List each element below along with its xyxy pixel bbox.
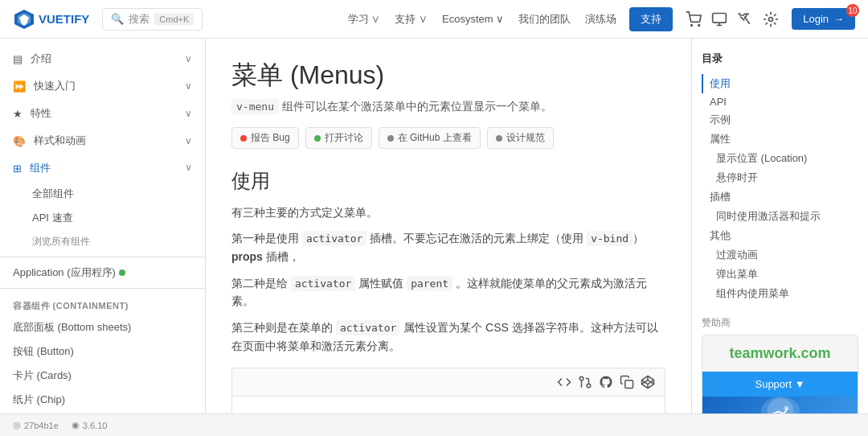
toc-item-props[interactable]: 属性	[702, 130, 858, 149]
version-icon: ◉	[72, 420, 80, 430]
app-label: Application (应用程序)	[13, 265, 116, 280]
badge: 10	[846, 4, 859, 17]
toc-item-other[interactable]: 其他	[702, 226, 858, 245]
toc-item-api[interactable]: API	[702, 93, 858, 110]
nav-link-support[interactable]: 支持 ∨	[395, 12, 428, 27]
commit-info: ◎ 27b4b1e	[13, 420, 59, 430]
toolbar-copy-icon[interactable]	[620, 375, 634, 389]
design-dot	[496, 135, 502, 142]
download-icon[interactable]	[711, 11, 727, 27]
nav-link-playground[interactable]: 演练场	[585, 12, 616, 27]
nav-link-ecosystem[interactable]: Ecosystem ∨	[442, 13, 504, 25]
toolbar-codepen-icon[interactable]	[641, 375, 655, 389]
logo[interactable]: VUETIFY	[13, 8, 89, 31]
page-subtitle: v-menu 组件可以在某个激活菜单中的元素位置显示一个菜单。	[231, 100, 665, 114]
svg-rect-5	[713, 13, 727, 23]
toolbar-github-icon[interactable]	[599, 375, 613, 389]
section-use-title: 使用	[231, 168, 665, 194]
toc-item-menu-in-component[interactable]: 组件内使用菜单	[702, 284, 858, 303]
sidebar-item-cards[interactable]: 卡片 (Cards)	[0, 364, 205, 388]
sidebar-item-button[interactable]: 按钮 (Button)	[0, 339, 205, 364]
svg-point-3	[691, 24, 693, 26]
section-use-text1: 有三种主要的方式定义菜单。	[231, 204, 665, 221]
subtitle-code: v-menu	[231, 99, 279, 114]
search-shortcut: Cmd+K	[154, 13, 194, 26]
login-button[interactable]: 10 Login →	[792, 8, 855, 30]
action-link-github[interactable]: 在 GitHub 上查看	[379, 127, 481, 149]
sidebar-item-intro[interactable]: ▤ 介绍 ∨	[0, 45, 205, 72]
sponsor-label: 赞助商	[702, 316, 858, 330]
bug-dot	[240, 135, 247, 142]
demo-box: ACTIVATOR SLOT PARENT ACTIVATOR SIBLING …	[231, 368, 665, 413]
toc-item-transition[interactable]: 过渡动画	[702, 245, 858, 265]
sidebar-sub-browse[interactable]: 浏览所有组件	[32, 230, 205, 253]
toc-item-activator-hint[interactable]: 同时使用激活器和提示	[702, 207, 858, 226]
svg-point-16	[784, 406, 788, 410]
components-chevron: ∧	[185, 162, 192, 174]
sidebar: ▤ 介绍 ∨ ⏩ 快速入门 ∨ ★ 特性 ∨	[0, 39, 206, 413]
toc-item-slots[interactable]: 插槽	[702, 187, 858, 207]
nav-link-learn[interactable]: 学习 ∨	[348, 12, 381, 27]
toc-title: 目录	[702, 51, 858, 66]
sidebar-item-chip[interactable]: 纸片 (Chip)	[0, 388, 205, 412]
sidebar-item-styles[interactable]: 🎨 样式和动画 ∨	[0, 127, 205, 154]
sidebar-sub-api[interactable]: API 速查	[32, 206, 205, 230]
sidebar-quickstart-label: 快速入门	[34, 79, 76, 93]
page-title: 菜单 (Menus)	[231, 58, 665, 93]
cart-icon[interactable]	[686, 11, 702, 27]
support-button[interactable]: 支持	[629, 7, 673, 31]
nav-link-team[interactable]: 我们的团队	[518, 12, 571, 27]
action-link-discuss[interactable]: 打开讨论	[305, 127, 372, 149]
sidebar-styles-label: 样式和动画	[34, 134, 86, 148]
sidebar-item-components[interactable]: ⊞ 组件 ∧	[0, 154, 205, 182]
svg-point-14	[767, 398, 792, 413]
svg-point-4	[698, 24, 700, 26]
sidebar-components-label: 组件	[30, 161, 51, 175]
sponsor-box: teamwork.com Support ▼ Start your next	[702, 335, 858, 413]
features-icon: ★	[13, 108, 23, 120]
sidebar-item-quickstart[interactable]: ⏩ 快速入门 ∨	[0, 72, 205, 100]
search-bar[interactable]: 🔍 搜索 Cmd+K	[102, 8, 203, 31]
toc-item-use[interactable]: 使用	[702, 74, 858, 93]
app-green-dot	[119, 269, 125, 276]
containment-label: 容器组件 (CONTAINMENT)	[0, 292, 205, 315]
logo-text: VUETIFY	[39, 12, 89, 26]
action-link-bug[interactable]: 报告 Bug	[231, 127, 299, 149]
search-icon: 🔍	[111, 13, 124, 25]
sidebar-app-item[interactable]: Application (应用程序)	[0, 261, 205, 285]
styles-icon: 🎨	[13, 135, 26, 147]
sidebar-sub-all-components[interactable]: 全部组件	[32, 182, 205, 206]
toolbar-git-icon[interactable]	[578, 375, 592, 389]
section-use-text2: 第一种是使用 activator 插槽。不要忘记在激活的元素上绑定（使用 v-b…	[231, 229, 665, 265]
search-placeholder: 搜索	[129, 12, 149, 27]
version-info: ◉ 3.6.10	[72, 420, 108, 430]
action-link-design[interactable]: 设计规范	[487, 127, 554, 149]
git-icon: ◎	[13, 420, 21, 430]
features-chevron: ∨	[185, 108, 192, 119]
toolbar-code-icon[interactable]	[557, 375, 571, 389]
quickstart-chevron: ∨	[185, 80, 192, 92]
sidebar-item-bottom-sheets[interactable]: 底部面板 (Bottom sheets)	[0, 315, 205, 339]
sidebar-intro-label: 介绍	[31, 51, 51, 66]
toc-sponsor: 赞助商 teamwork.com Support ▼	[702, 316, 858, 413]
svg-rect-10	[625, 380, 633, 389]
toc-item-examples[interactable]: 示例	[702, 110, 858, 130]
intro-chevron: ∨	[185, 53, 192, 64]
toc-item-location[interactable]: 显示位置 (Location)	[702, 149, 858, 168]
intro-icon: ▤	[13, 53, 23, 65]
sponsor-image-icon	[766, 397, 795, 413]
svg-point-6	[769, 17, 773, 21]
nav-links: 学习 ∨ 支持 ∨ Ecosystem ∨ 我们的团队 演练场	[348, 12, 616, 27]
toc-item-popup[interactable]: 弹出菜单	[702, 265, 858, 284]
sponsor-image-area: Start your next project with	[702, 397, 858, 413]
sponsor-support-btn[interactable]: Support ▼	[702, 372, 858, 397]
login-icon: →	[833, 13, 844, 25]
components-icon: ⊞	[13, 162, 22, 175]
demo-content: ACTIVATOR SLOT PARENT ACTIVATOR SIBLING …	[232, 397, 665, 413]
sidebar-features-label: 特性	[31, 106, 51, 121]
toc-item-hover[interactable]: 悬停时开	[702, 168, 858, 187]
sidebar-item-features[interactable]: ★ 特性 ∨	[0, 100, 205, 127]
sponsor-name: teamwork.com	[712, 345, 848, 362]
translate-icon[interactable]	[737, 11, 753, 27]
settings-icon[interactable]	[763, 11, 779, 27]
